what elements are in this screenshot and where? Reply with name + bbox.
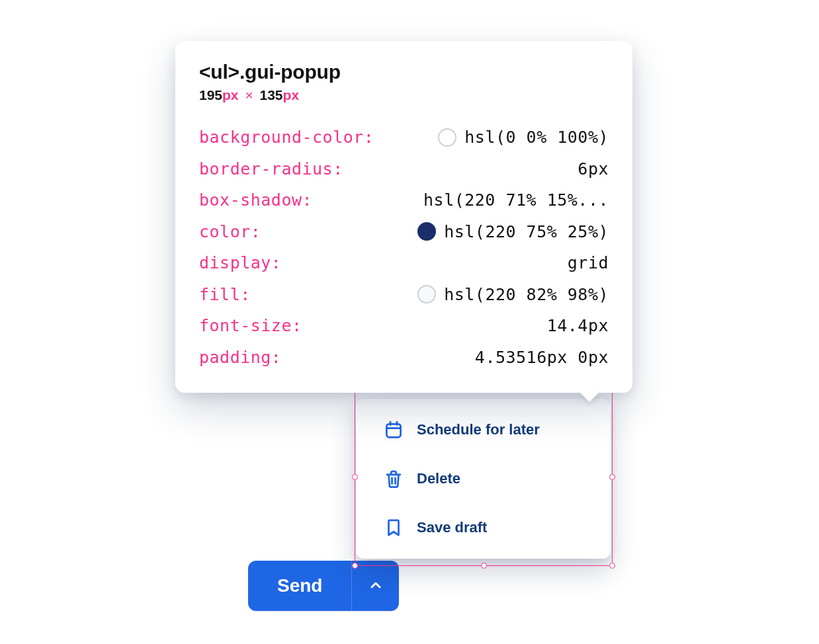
- style-prop: padding: [199, 342, 281, 374]
- style-value: hsl(220 75% 25%): [417, 216, 609, 248]
- trash-icon: [384, 469, 404, 489]
- style-value: hsl(0 0% 100%): [438, 122, 609, 153]
- send-more-button[interactable]: [351, 561, 399, 611]
- calendar-icon: [384, 420, 404, 440]
- color-swatch-icon: [438, 128, 456, 147]
- popup-item-label: Delete: [417, 470, 460, 487]
- resize-handle-icon: [481, 563, 487, 569]
- style-value: 14.4px: [547, 310, 609, 342]
- style-value: hsl(220 71% 15%...: [423, 184, 609, 216]
- popup-item-label: Schedule for later: [417, 421, 540, 438]
- style-value-text: hsl(0 0% 100%): [464, 122, 609, 153]
- times-icon: ×: [242, 87, 255, 102]
- tooltip-unit: px: [283, 87, 300, 102]
- popup-item-save-draft[interactable]: Save draft: [356, 503, 611, 552]
- style-prop: font-size: [199, 310, 302, 342]
- style-prop: border-radius: [199, 153, 343, 185]
- style-prop: display: [199, 247, 281, 279]
- popup-item-schedule[interactable]: Schedule for later: [356, 405, 611, 454]
- send-split-button: Send: [248, 561, 399, 611]
- popup-item-delete[interactable]: Delete: [356, 454, 611, 503]
- style-row-color: color hsl(220 75% 25%): [199, 216, 609, 248]
- send-button[interactable]: Send: [248, 561, 351, 611]
- resize-handle-icon: [609, 563, 615, 569]
- tooltip-dimensions: 195px × 135px: [199, 87, 609, 103]
- tooltip-unit: px: [222, 87, 239, 102]
- inspector-tooltip: <ul>.gui-popup 195px × 135px background-…: [175, 41, 632, 393]
- style-value: 6px: [578, 153, 609, 185]
- color-swatch-icon: [417, 222, 436, 241]
- style-prop: color: [199, 216, 261, 248]
- style-value: 4.53516px 0px: [475, 342, 609, 374]
- gui-popup: Schedule for later Delete Save draft: [356, 399, 611, 559]
- color-swatch-icon: [417, 285, 436, 303]
- bookmark-icon: [384, 518, 404, 538]
- style-row-padding: padding 4.53516px 0px: [199, 342, 609, 374]
- chevron-up-icon: [368, 577, 384, 595]
- style-row-display: display grid: [199, 247, 609, 279]
- tooltip-width: 195: [199, 87, 222, 102]
- style-row-font-size: font-size 14.4px: [199, 310, 609, 342]
- style-prop: box-shadow: [199, 184, 312, 216]
- style-prop: background-color: [199, 122, 374, 153]
- style-row-background-color: background-color hsl(0 0% 100%): [199, 122, 609, 153]
- style-value-text: hsl(220 82% 98%): [444, 279, 609, 311]
- style-row-border-radius: border-radius 6px: [199, 153, 609, 185]
- style-row-box-shadow: box-shadow hsl(220 71% 15%...: [199, 184, 609, 216]
- style-value-text: hsl(220 75% 25%): [444, 216, 609, 248]
- tooltip-height: 135: [260, 87, 283, 102]
- popup-item-label: Save draft: [417, 519, 487, 536]
- style-value: hsl(220 82% 98%): [417, 279, 609, 311]
- tooltip-selector: <ul>.gui-popup: [199, 61, 609, 83]
- style-value: grid: [568, 247, 609, 279]
- svg-rect-0: [386, 424, 400, 437]
- style-row-fill: fill hsl(220 82% 98%): [199, 279, 609, 311]
- style-prop: fill: [199, 279, 251, 311]
